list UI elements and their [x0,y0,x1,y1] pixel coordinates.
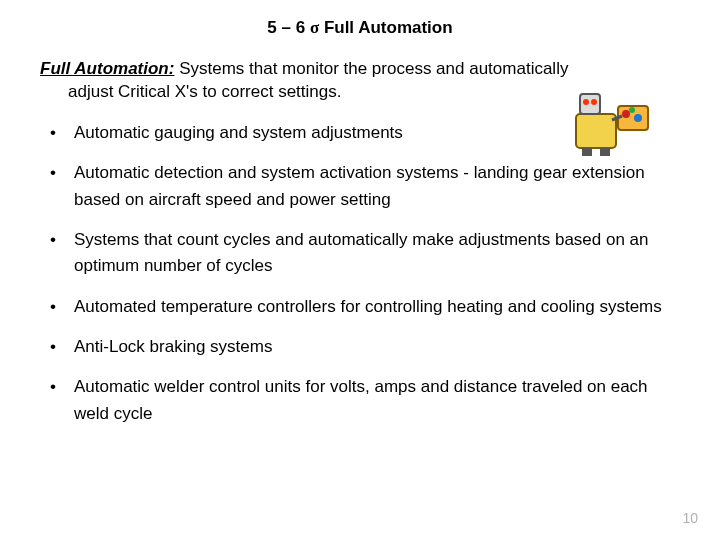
list-item: Automatic detection and system activatio… [40,160,680,213]
list-item: Automated temperature controllers for co… [40,294,680,320]
svg-rect-1 [580,94,600,114]
svg-rect-9 [582,148,592,156]
page-title: 5 – 6 σ Full Automation [40,18,680,38]
title-prefix: 5 – 6 [267,18,310,37]
list-item: Systems that count cycles and automatica… [40,227,680,280]
slide: 5 – 6 σ Full Automation Full Automation:… [0,0,720,540]
svg-point-2 [583,99,589,105]
svg-rect-10 [600,148,610,156]
title-suffix: Full Automation [319,18,452,37]
svg-point-7 [629,107,635,113]
bullet-list: Automatic gauging and system adjustments… [40,120,680,427]
definition-line1: Systems that monitor the process and aut… [174,59,568,78]
sigma-symbol: σ [310,18,319,37]
list-item: Automatic welder control units for volts… [40,374,680,427]
definition-term: Full Automation: [40,59,174,78]
svg-point-3 [591,99,597,105]
list-item: Automatic gauging and system adjustments [40,120,680,146]
page-number: 10 [682,510,698,526]
list-item: Anti-Lock braking systems [40,334,680,360]
svg-point-5 [622,110,630,118]
